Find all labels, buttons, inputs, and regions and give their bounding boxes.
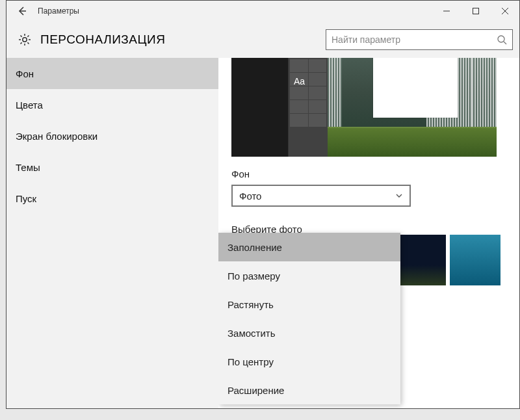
option-label: По размеру bbox=[228, 270, 280, 282]
minimize-icon bbox=[443, 8, 450, 14]
fit-option-center[interactable]: По центру bbox=[218, 347, 400, 376]
svg-line-12 bbox=[27, 36, 29, 37]
svg-line-11 bbox=[27, 42, 29, 44]
svg-point-14 bbox=[498, 36, 504, 42]
chevron-down-icon bbox=[395, 192, 403, 200]
sidebar: Фон Цвета Экран блокировки Темы Пуск bbox=[6, 58, 218, 408]
sidebar-item-label: Пуск bbox=[16, 193, 36, 204]
maximize-button[interactable] bbox=[461, 1, 490, 21]
sidebar-spacer bbox=[6, 214, 218, 408]
sidebar-item-label: Темы bbox=[16, 162, 40, 173]
close-button[interactable] bbox=[490, 1, 519, 21]
option-label: Заполнение bbox=[228, 242, 282, 253]
header: ПЕРСОНАЛИЗАЦИЯ bbox=[6, 21, 519, 58]
search-box[interactable] bbox=[326, 29, 513, 50]
background-label: Фон bbox=[231, 168, 506, 179]
sidebar-item-start[interactable]: Пуск bbox=[6, 183, 218, 214]
minimize-button[interactable] bbox=[432, 1, 461, 21]
title-bar: Параметры bbox=[6, 1, 519, 21]
preview-sample-text: Aa bbox=[294, 76, 305, 86]
back-button[interactable] bbox=[12, 1, 32, 21]
fit-option-span[interactable]: Расширение bbox=[218, 376, 400, 404]
window-title: Параметры bbox=[38, 7, 79, 16]
sidebar-item-background[interactable]: Фон bbox=[6, 58, 218, 89]
maximize-icon bbox=[473, 8, 479, 14]
fit-option-stretch[interactable]: Растянуть bbox=[218, 290, 400, 319]
option-label: Растянуть bbox=[228, 299, 274, 310]
page-title: ПЕРСОНАЛИЗАЦИЯ bbox=[40, 33, 165, 47]
fit-option-fill[interactable]: Заполнение bbox=[218, 233, 400, 261]
gear-icon bbox=[17, 32, 32, 47]
svg-point-5 bbox=[23, 38, 27, 42]
background-type-dropdown[interactable]: Фото bbox=[231, 185, 411, 207]
window-controls bbox=[432, 1, 519, 21]
settings-window: Параметры bbox=[6, 0, 520, 409]
fit-flyout-menu: Заполнение По размеру Растянуть Замостит… bbox=[218, 233, 400, 404]
preview-window bbox=[373, 58, 458, 118]
sidebar-item-colors[interactable]: Цвета bbox=[6, 89, 218, 120]
content-area: Aa Фон Фото Выберите фото Заполн bbox=[218, 58, 519, 408]
fit-option-fit[interactable]: По размеру bbox=[218, 261, 400, 290]
sidebar-item-label: Экран блокировки bbox=[16, 131, 98, 142]
option-label: Замостить bbox=[228, 328, 276, 339]
arrow-left-icon bbox=[17, 6, 27, 16]
sidebar-item-themes[interactable]: Темы bbox=[6, 151, 218, 183]
photo-thumbnail[interactable] bbox=[395, 235, 446, 285]
fit-option-tile[interactable]: Замостить bbox=[218, 319, 400, 347]
desktop-preview: Aa bbox=[231, 58, 497, 157]
search-input[interactable] bbox=[332, 34, 497, 45]
sidebar-item-lockscreen[interactable]: Экран блокировки bbox=[6, 120, 218, 151]
sidebar-item-label: Фон bbox=[16, 68, 34, 79]
svg-line-10 bbox=[21, 36, 22, 37]
body: Фон Цвета Экран блокировки Темы Пуск bbox=[6, 58, 519, 408]
option-label: Расширение bbox=[228, 385, 284, 396]
search-icon bbox=[497, 34, 507, 45]
photo-thumbnail[interactable] bbox=[450, 235, 500, 285]
dropdown-value: Фото bbox=[239, 190, 261, 202]
svg-rect-2 bbox=[473, 8, 478, 14]
option-label: По центру bbox=[228, 356, 274, 367]
close-icon bbox=[502, 8, 508, 14]
svg-line-15 bbox=[504, 42, 506, 44]
svg-line-13 bbox=[21, 42, 22, 44]
sidebar-item-label: Цвета bbox=[16, 99, 43, 111]
